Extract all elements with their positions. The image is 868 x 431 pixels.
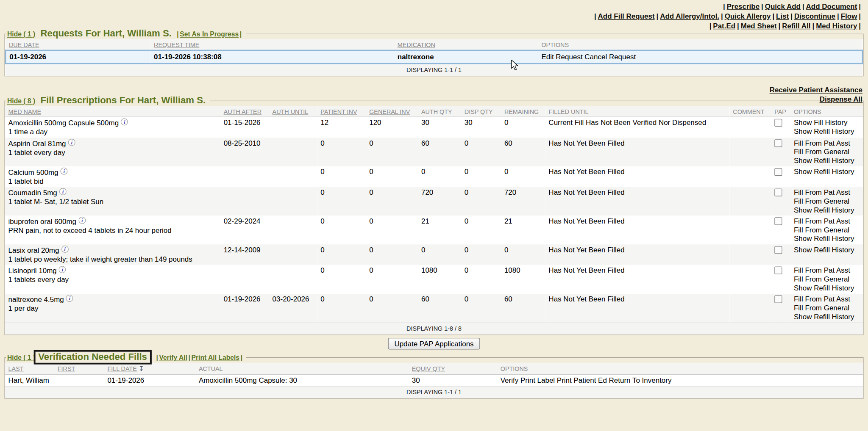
column-header-request-time[interactable]: REQUEST TIME xyxy=(150,39,394,50)
column-header-patient-inv[interactable]: PATIENT INV xyxy=(317,106,366,117)
hide-verification-link[interactable]: Hide ( 1 ) xyxy=(7,354,35,362)
info-icon[interactable]: i xyxy=(66,295,73,302)
filled-until-cell: Has Not Yet Been Filled xyxy=(545,187,730,216)
column-label: DISP QTY xyxy=(465,108,493,115)
column-label[interactable]: REQUEST TIME xyxy=(154,41,199,48)
option-link-fill-from-pat-asst[interactable]: Fill From Pat Asst xyxy=(794,217,860,226)
column-header-first[interactable]: FIRST xyxy=(54,363,104,375)
sort-descending-icon[interactable]: ↧ xyxy=(139,365,144,373)
option-link-fill-from-pat-asst[interactable]: Fill From Pat Asst xyxy=(794,139,860,148)
column-label[interactable]: LAST xyxy=(8,365,24,372)
info-icon[interactable]: i xyxy=(121,119,128,126)
option-link-cancel-request[interactable]: Cancel Request xyxy=(584,52,636,61)
link-med-history[interactable]: Med History xyxy=(816,22,857,30)
option-link-return-to-inventory[interactable]: Return To Inventory xyxy=(609,376,672,384)
update-pap-applications-button[interactable]: Update PAP Applications xyxy=(388,338,480,349)
info-icon[interactable]: i xyxy=(61,168,68,175)
column-header-last[interactable]: LAST xyxy=(5,363,54,375)
column-header-auth-after[interactable]: AUTH AFTER xyxy=(220,106,269,117)
info-icon[interactable]: i xyxy=(59,266,66,273)
link-refill-all[interactable]: Refill All xyxy=(782,22,810,30)
option-link-fill-from-general[interactable]: Fill From General xyxy=(794,226,860,235)
option-link-fill-from-general[interactable]: Fill From General xyxy=(794,197,860,206)
link-prescribe[interactable]: Prescribe xyxy=(727,2,760,11)
column-header-auth-until[interactable]: AUTH UNTIL xyxy=(269,106,317,117)
option-link-show-fill-history[interactable]: Show Fill History xyxy=(794,119,860,127)
column-label[interactable]: FILL DATE xyxy=(107,365,136,372)
option-link-show-refill-history[interactable]: Show Refill History xyxy=(794,235,860,243)
option-link-show-refill-history[interactable]: Show Refill History xyxy=(794,127,860,136)
link-add-document[interactable]: Add Document xyxy=(806,2,857,11)
action-link-verify-all[interactable]: Verify All xyxy=(159,354,187,362)
disp-qty-cell: 30 xyxy=(461,117,501,138)
link-receive-patient-assistance[interactable]: Receive Patient Assistance xyxy=(0,85,862,94)
option-link-show-refill-history[interactable]: Show Refill History xyxy=(794,168,860,177)
column-label[interactable]: AUTH AFTER xyxy=(224,108,262,115)
link-quick-add[interactable]: Quick Add xyxy=(765,2,801,11)
option-link-fill-from-general[interactable]: Fill From General xyxy=(794,304,860,312)
column-label[interactable]: PATIENT INV xyxy=(320,108,357,115)
link-discontinue[interactable]: Discontinue xyxy=(794,12,835,20)
info-icon[interactable]: i xyxy=(59,188,67,195)
option-link-show-refill-history[interactable]: Show Refill History xyxy=(794,206,860,215)
column-label[interactable]: AUTH UNTIL xyxy=(273,108,309,115)
column-header-due-date[interactable]: DUE DATE xyxy=(6,39,150,50)
column-header-med-name[interactable]: MED NAME xyxy=(5,106,220,117)
option-link-show-refill-history[interactable]: Show Refill History xyxy=(794,312,860,321)
displaying-status: DISPLAYING 1-1 / 1 xyxy=(6,64,862,76)
pap-checkbox[interactable] xyxy=(774,217,782,225)
column-label[interactable]: MED NAME xyxy=(8,108,41,115)
option-link-fill-from-general[interactable]: Fill From General xyxy=(794,275,860,284)
link-med-sheet[interactable]: Med Sheet xyxy=(741,22,777,30)
option-link-show-refill-history[interactable]: Show Refill History xyxy=(794,246,860,254)
option-link-show-refill-history[interactable]: Show Refill History xyxy=(794,284,860,293)
hide-requests-link[interactable]: Hide ( 1 ) xyxy=(7,30,35,38)
column-header-equiv-qty[interactable]: EQUIV QTY xyxy=(409,363,497,375)
remaining-cell: 0 xyxy=(501,244,545,265)
action-link-set-as-in-progress[interactable]: Set As In Progress xyxy=(180,30,239,38)
column-label[interactable]: EQUIV QTY xyxy=(412,365,445,372)
option-link-fill-from-pat-asst[interactable]: Fill From Pat Asst xyxy=(794,295,860,304)
separator: | xyxy=(760,2,765,11)
option-link-fill-from-pat-asst[interactable]: Fill From Pat Asst xyxy=(794,188,860,197)
option-link-fill-from-pat-asst[interactable]: Fill From Pat Asst xyxy=(794,266,860,275)
info-icon[interactable]: i xyxy=(61,246,69,253)
column-label[interactable]: DUE DATE xyxy=(9,41,39,48)
column-label[interactable]: MEDICATION xyxy=(398,41,435,48)
link-pat-ed[interactable]: Pat.Ed xyxy=(713,22,735,30)
option-link-print-patient-ed[interactable]: Print Patient Ed xyxy=(557,376,607,384)
option-link-show-refill-history[interactable]: Show Refill History xyxy=(794,157,860,166)
link-flow[interactable]: Flow xyxy=(841,12,857,20)
option-link-print-label[interactable]: Print Label xyxy=(520,376,555,384)
med-name: Lisinopril 10mg xyxy=(8,267,57,275)
option-link-edit-request[interactable]: Edit Request xyxy=(541,52,582,61)
info-icon[interactable]: i xyxy=(68,139,75,146)
pap-checkbox[interactable] xyxy=(774,295,782,303)
info-icon[interactable]: i xyxy=(78,217,86,224)
action-link-print-all-labels[interactable]: Print All Labels xyxy=(192,354,240,362)
option-link-verify[interactable]: Verify xyxy=(501,376,518,384)
auth-after-cell: 01-15-2026 xyxy=(220,117,269,138)
pagination-row: DISPLAYING 1-8 / 8 xyxy=(5,323,863,334)
auth-after-cell: 02-29-2024 xyxy=(220,216,269,244)
link-quick-allergy[interactable]: Quick Allergy xyxy=(725,12,771,20)
link-list[interactable]: List xyxy=(776,12,789,20)
hide-fills-link[interactable]: Hide ( 8 ) xyxy=(7,97,35,105)
column-label[interactable]: GENERAL INV xyxy=(369,108,410,115)
pap-checkbox[interactable] xyxy=(774,168,782,176)
pap-checkbox[interactable] xyxy=(774,119,782,127)
column-header-general-inv[interactable]: GENERAL INV xyxy=(366,106,418,117)
pap-checkbox[interactable] xyxy=(774,267,782,274)
pap-checkbox[interactable] xyxy=(774,139,782,147)
column-header-medication[interactable]: MEDICATION xyxy=(394,39,538,50)
pap-checkbox[interactable] xyxy=(774,188,782,196)
link-add-fill-request[interactable]: Add Fill Request xyxy=(598,12,655,20)
column-label[interactable]: FIRST xyxy=(58,365,75,372)
link-add-allergy-intol[interactable]: Add Allergy/Intol. xyxy=(660,12,719,20)
table-row: Calcium 500mgi1 tablet bid00000Has Not Y… xyxy=(5,166,863,187)
pap-button-row: Update PAP Applications xyxy=(0,335,868,352)
pap-checkbox[interactable] xyxy=(774,246,782,254)
disp-qty-cell: 0 xyxy=(461,244,501,265)
option-link-fill-from-general[interactable]: Fill From General xyxy=(794,148,860,157)
column-header-fill-date[interactable]: FILL DATE↧ xyxy=(104,363,196,375)
